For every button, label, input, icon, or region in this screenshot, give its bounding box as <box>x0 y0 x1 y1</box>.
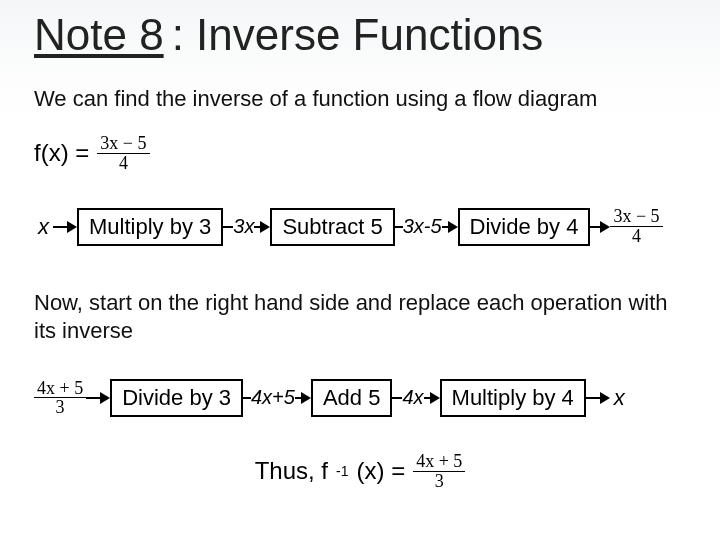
arrow-icon <box>600 392 610 404</box>
arrow-icon <box>260 221 270 233</box>
result-den: 3 <box>432 472 447 491</box>
flow1-end-fraction: 3x − 5 4 <box>610 207 662 246</box>
flow1-op3: Divide by 4 <box>458 208 591 246</box>
flow1-op1: Multiply by 3 <box>77 208 223 246</box>
flow1-end-num: 3x − 5 <box>610 207 662 227</box>
inverse-instruction: Now, start on the right hand side and re… <box>34 289 686 346</box>
flow2-op1: Divide by 3 <box>110 379 243 417</box>
fx-label: f(x) = <box>34 139 89 167</box>
title-rest: : Inverse Functions <box>172 10 544 60</box>
arrow-icon <box>301 392 311 404</box>
flow2-mid1: 4x+5 <box>251 386 295 409</box>
arrow-icon <box>67 221 77 233</box>
slide-title: Note 8: Inverse Functions <box>34 0 686 60</box>
fx-fraction: 3x − 5 4 <box>97 134 149 173</box>
flow2-start-fraction: 4x + 5 3 <box>34 379 86 418</box>
fx-denominator: 4 <box>116 154 131 173</box>
flow2-start-den: 3 <box>53 398 68 417</box>
arrow-icon <box>448 221 458 233</box>
flow2-end: x <box>610 385 629 411</box>
intro-text: We can find the inverse of a function us… <box>34 86 686 112</box>
result-fraction: 4x + 5 3 <box>413 452 465 491</box>
flow2-mid2: 4x <box>402 386 423 409</box>
result-prefix: Thus, f <box>255 457 328 485</box>
arrow-icon <box>600 221 610 233</box>
result-suffix: (x) = <box>356 457 405 485</box>
fx-definition: f(x) = 3x − 5 4 <box>34 134 686 173</box>
forward-flow: x Multiply by 3 3x Subtract 5 3x-5 Divid… <box>34 203 686 251</box>
flow1-op2: Subtract 5 <box>270 208 394 246</box>
flow1-start: x <box>34 214 53 240</box>
arrow-icon <box>430 392 440 404</box>
inverse-flow: 4x + 5 3 Divide by 3 4x+5 Add 5 4x Multi… <box>34 374 686 422</box>
flow2-start-num: 4x + 5 <box>34 379 86 399</box>
slide-content: Note 8: Inverse Functions We can find th… <box>0 0 720 491</box>
flow1-mid1: 3x <box>233 215 254 238</box>
flow1-end-den: 4 <box>629 227 644 246</box>
result-sup: -1 <box>336 463 348 479</box>
result-row: Thus, f-1(x) = 4x + 5 3 <box>34 452 686 491</box>
arrow-icon <box>100 392 110 404</box>
flow2-op3: Multiply by 4 <box>440 379 586 417</box>
flow1-mid2: 3x-5 <box>403 215 442 238</box>
title-underlined: Note 8 <box>34 10 164 60</box>
flow2-op2: Add 5 <box>311 379 393 417</box>
result-num: 4x + 5 <box>413 452 465 472</box>
fx-numerator: 3x − 5 <box>97 134 149 154</box>
